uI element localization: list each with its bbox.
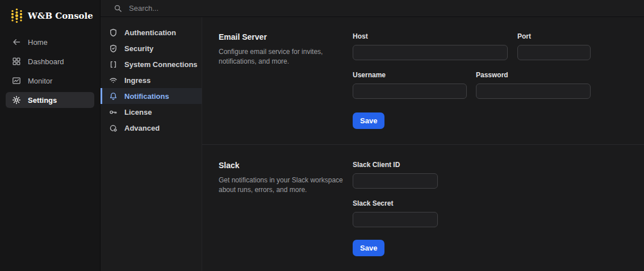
host-input[interactable] [353, 45, 508, 60]
sidebar-item-label: Dashboard [28, 57, 64, 66]
sidebar-item-label: Home [28, 38, 48, 47]
settings-nav-label: Notifications [124, 92, 169, 101]
description-line: about runs, errors, and more. [219, 185, 353, 195]
email-server-section: Email Server Configure email service for… [202, 17, 644, 144]
email-save-button[interactable]: Save [353, 112, 384, 129]
settings-nav-item-advanced[interactable]: Advanced [101, 120, 202, 136]
settings-nav-item-notifications[interactable]: Notifications [101, 88, 202, 104]
primary-nav: Home Dashboard Monitor Settings [0, 34, 100, 108]
dashboard-grid-icon [12, 57, 21, 66]
port-label: Port [517, 32, 591, 40]
sidebar-item-label: Settings [28, 96, 57, 105]
slack-client-id-label: Slack Client ID [353, 161, 438, 169]
gear-circle-icon [109, 124, 118, 132]
slack-section: Slack Get notifications in your Slack wo… [202, 144, 644, 271]
settings-nav: Authentication Security System Connectio… [101, 17, 202, 271]
settings-main: Email Server Configure email service for… [202, 17, 644, 271]
gear-icon [12, 95, 21, 105]
shield-icon [109, 28, 118, 37]
slack-info: Slack Get notifications in your Slack wo… [219, 161, 353, 271]
sidebar-item-dashboard[interactable]: Dashboard [6, 53, 94, 69]
slack-form: Slack Client ID Slack Secret Save [353, 161, 591, 271]
arrow-left-icon [12, 37, 21, 47]
sidebar-item-label: Monitor [28, 77, 52, 85]
slack-secret-label: Slack Secret [353, 199, 438, 207]
wandb-console-window: W&B Console Home Dashboard Monitor [0, 0, 644, 271]
settings-nav-item-authentication[interactable]: Authentication [101, 24, 202, 40]
description-line: Configure email service for invites, [219, 47, 353, 57]
primary-sidebar: W&B Console Home Dashboard Monitor [0, 0, 101, 271]
username-label: Username [353, 71, 467, 79]
description-line: notifications, and more. [219, 57, 353, 66]
settings-nav-label: Ingress [124, 76, 150, 85]
slack-client-id-input[interactable] [353, 173, 438, 189]
settings-nav-label: Security [124, 44, 153, 53]
slack-save-button[interactable]: Save [353, 240, 384, 256]
host-label: Host [353, 32, 508, 40]
app-title: W&B Console [28, 11, 93, 21]
search-input[interactable] [128, 3, 312, 13]
app-logo: W&B Console [0, 0, 100, 23]
settings-nav-label: License [124, 108, 152, 116]
slack-secret-input[interactable] [353, 212, 438, 227]
settings-nav-item-security[interactable]: Security [101, 40, 202, 56]
right-region: Authentication Security System Connectio… [101, 0, 644, 271]
settings-nav-item-license[interactable]: License [101, 104, 202, 120]
port-input[interactable] [517, 45, 591, 60]
settings-nav-label: Authentication [124, 28, 176, 37]
username-input[interactable] [353, 84, 467, 99]
topbar [101, 0, 644, 17]
content-row: Authentication Security System Connectio… [101, 17, 644, 271]
email-server-info: Email Server Configure email service for… [219, 32, 353, 144]
section-description: Get notifications in your Slack workspac… [219, 176, 353, 195]
email-server-form: Host Port Username [353, 32, 591, 144]
sidebar-item-monitor[interactable]: Monitor [6, 73, 94, 89]
password-input[interactable] [476, 84, 591, 99]
sidebar-item-settings[interactable]: Settings [6, 92, 94, 108]
bell-icon [109, 92, 118, 101]
wifi-icon [109, 76, 118, 85]
settings-nav-label: System Connections [124, 60, 198, 69]
shield-check-icon [109, 44, 118, 53]
search-icon [114, 4, 122, 12]
wandb-dots-logo-icon [11, 8, 23, 23]
key-icon [109, 108, 118, 116]
settings-nav-label: Advanced [124, 124, 160, 132]
section-title: Slack [219, 161, 353, 170]
monitor-chart-icon [12, 76, 21, 85]
settings-nav-item-ingress[interactable]: Ingress [101, 72, 202, 88]
brackets-icon [109, 60, 118, 69]
section-description: Configure email service for invites, not… [219, 47, 353, 66]
section-title: Email Server [219, 32, 353, 41]
description-line: Get notifications in your Slack workspac… [219, 176, 353, 185]
sidebar-item-home[interactable]: Home [6, 34, 94, 50]
settings-nav-item-system-connections[interactable]: System Connections [101, 56, 202, 72]
password-label: Password [476, 71, 591, 79]
